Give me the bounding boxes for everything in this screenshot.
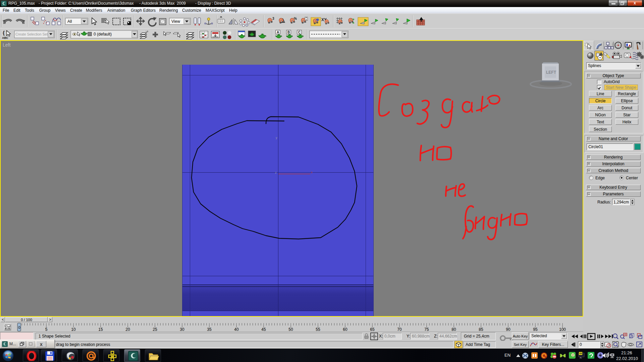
svg-text:A: A [277,31,279,34]
svg-text:20: 20 [125,327,130,332]
svg-text:85: 85 [479,327,483,332]
svg-text:z: z [275,171,277,174]
svg-text:35: 35 [207,327,212,332]
svg-text:View: View [171,19,180,24]
svg-text:90: 90 [506,327,511,332]
svg-text:x: x [311,171,313,174]
svg-text:60: 60 [343,327,347,332]
svg-text:10: 10 [71,327,76,332]
svg-text:75: 75 [424,327,429,332]
svg-text:ABC: ABC [2,36,8,40]
svg-text:45: 45 [261,327,266,332]
svg-text:All: All [67,19,72,24]
svg-text:B: B [287,31,290,34]
svg-text:30: 30 [180,327,184,332]
svg-text:y: y [276,136,277,139]
svg-text:%: % [294,17,297,20]
svg-text:99: 99 [579,352,582,355]
svg-text:3: 3 [272,17,274,20]
svg-text:25: 25 [153,327,157,332]
svg-text:50: 50 [288,327,293,332]
svg-text:15: 15 [98,327,103,332]
svg-text:5: 5 [45,327,48,332]
svg-text:C: C [298,31,301,34]
svg-text:0: 0 [18,325,20,329]
svg-text:65: 65 [370,327,375,332]
svg-text:40: 40 [234,327,239,332]
svg-text:100: 100 [559,327,566,332]
svg-text:95: 95 [533,327,538,332]
svg-text:LEFT: LEFT [546,70,556,75]
svg-text:55: 55 [316,327,320,332]
svg-text:70: 70 [397,327,402,332]
svg-text:80: 80 [451,327,456,332]
svg-text:0 (default): 0 (default) [94,32,112,37]
svg-text:Create Selection Set: Create Selection Set [15,32,48,36]
